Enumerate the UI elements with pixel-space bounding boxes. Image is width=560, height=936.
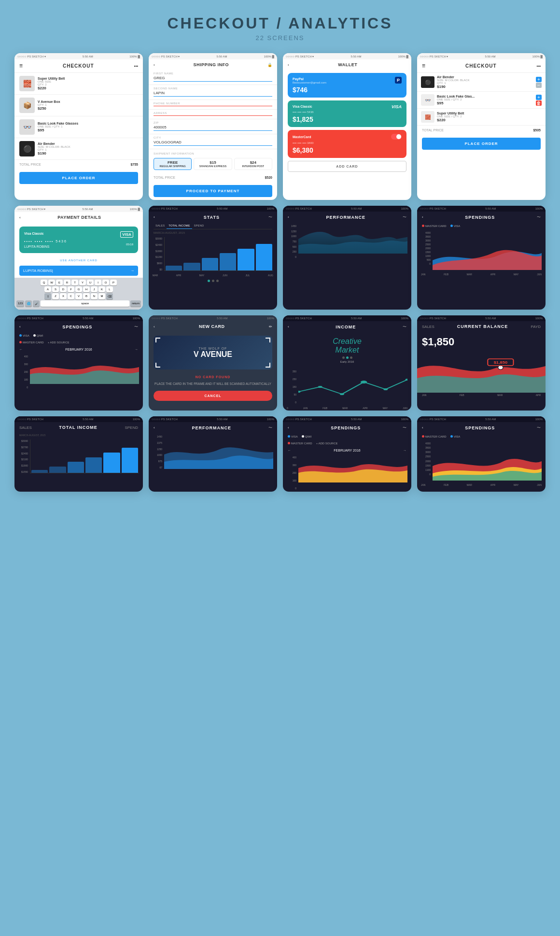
wallet-back-icon[interactable]: ‹ [288,63,289,67]
spendings4-wave [298,456,407,482]
spendings4-legend-1: VISA QIWI [283,433,411,440]
stats-back-icon[interactable]: ‹ [154,215,155,219]
visa-card[interactable]: Visa Classic VISA •••• •••• •••• 5436 $1… [288,100,406,127]
stats-tab-sales[interactable]: SALES [154,223,167,229]
key-j[interactable]: J [91,286,98,292]
shipping-15[interactable]: $15 SHANGHAI EXPRESS [194,158,232,170]
edit-icon[interactable]: ✏ [269,325,272,329]
perf-back-icon[interactable]: ‹ [288,215,289,219]
card-avenue-text: V AVENUE [194,350,232,359]
prev-month-icon[interactable]: ← [19,348,23,351]
income-back-icon[interactable]: ‹ [288,325,289,329]
stats-tab-spend[interactable]: SPEND [192,223,206,229]
key-a[interactable]: A [44,286,51,292]
key-m[interactable]: M [98,293,105,299]
spendings3-chart-icon[interactable]: 〜 [537,425,541,430]
key-b[interactable]: B [83,293,90,299]
perf-chart-icon[interactable]: 〜 [403,214,406,220]
perf2-chart-icon[interactable]: 〜 [268,425,272,430]
creative-market-logo: Creative Market Early 2016 [283,332,411,368]
key-u[interactable]: U [87,280,94,285]
place-order-btn-2[interactable]: PLACE ORDER [422,138,541,150]
key-d[interactable]: D [60,286,67,292]
key-x[interactable]: X [60,293,67,299]
shipping-24[interactable]: $24 INTERDOM POST [234,158,272,170]
key-e[interactable]: E [56,280,63,285]
spendings4-chart-icon[interactable]: 〜 [403,425,406,430]
key-c[interactable]: C [68,293,74,299]
mastercard-card[interactable]: MasterCard •••• •••• •••• 3400 $6,380 [288,130,406,158]
key-globe[interactable]: 🌐 [25,300,32,307]
screen-performance-1: ○○○○○ PS SKETCH 5:50 AM 100% ‹ PERFORMAN… [283,206,411,310]
spendings1-chart-icon[interactable]: 〜 [537,214,541,220]
city-field[interactable]: CITY VOLGGOGRAD [149,134,277,149]
key-h[interactable]: H [83,286,90,292]
menu-icon-2[interactable]: ☰ [422,64,425,68]
mc-toggle[interactable] [391,134,402,140]
qty-minus-1[interactable]: − [536,83,542,88]
key-w[interactable]: W [48,280,55,285]
more-icon[interactable]: ••• [134,64,138,68]
key-z[interactable]: Z [52,293,59,299]
next-month-icon-4[interactable]: → [403,449,406,452]
key-space[interactable]: space [41,300,129,307]
spendings2-chart-icon[interactable]: 〜 [134,324,138,329]
menu-icon[interactable]: ☰ [19,64,23,68]
address-field[interactable]: ADRESS [149,110,277,119]
prev-month-icon-4[interactable]: ← [288,449,291,452]
qty-plus-2[interactable]: + [536,95,542,100]
next-month-icon[interactable]: → [135,348,138,351]
key-n[interactable]: N [91,293,98,299]
stats-chart-icon[interactable]: 〜 [268,214,272,220]
proceed-payment-btn[interactable]: PROCEED TO PAYMENT [154,185,272,197]
key-shift[interactable]: ⇧ [44,293,51,299]
payment-back-icon[interactable]: ‹ [19,215,21,220]
key-y[interactable]: Y [79,280,86,285]
place-order-btn-1[interactable]: PLACE ORDER [19,172,138,184]
key-delete[interactable]: ⌫ [106,293,113,299]
qty-trash-2[interactable]: 🗑 [536,100,542,106]
cm-dot-2 [346,356,349,359]
second-name-field[interactable]: SECOND NAME LAPIN [149,85,277,100]
paypal-card[interactable]: PayPal P Bestcustomer@gmail.com $746 [288,73,406,98]
first-name-field[interactable]: FIRST NAME GREG [149,70,277,85]
key-mic[interactable]: 🎤 [33,300,40,307]
key-k[interactable]: K [98,286,105,292]
visa-label: Visa Classic [293,105,312,108]
key-f[interactable]: F [68,286,74,292]
key-s[interactable]: S [52,286,59,292]
zip-field[interactable]: ZIP 400005 [149,119,277,134]
spendings4-back-icon[interactable]: ‹ [288,425,289,430]
key-v[interactable]: V [75,293,82,299]
key-return[interactable]: return [130,300,141,307]
back-icon[interactable]: ‹ [154,63,155,67]
more-icon-2[interactable]: ••• [537,64,541,68]
status-bar-2: ○○○○○ PS SKETCH ▾ 5:50 AM 100% ▓ [149,53,277,59]
key-123[interactable]: 123 [16,300,24,307]
key-g[interactable]: G [75,286,82,292]
perf2-back-icon[interactable]: ‹ [154,425,155,430]
key-t[interactable]: T [71,280,78,285]
use-another-link[interactable]: USE ANOTHER CARD [14,257,143,264]
paypal-email: Bestcustomer@gmail.com [293,81,402,84]
cancel-btn[interactable]: CANCEL [154,391,272,401]
key-r[interactable]: R [64,280,70,285]
key-i[interactable]: I [95,280,101,285]
key-o[interactable]: O [102,280,109,285]
spendings2-back-icon[interactable]: ‹ [19,325,21,329]
stats-tab-income[interactable]: TOTAL INCOME [167,223,192,229]
name-input[interactable]: LUPITA ROBINS| → [19,266,138,276]
spendings3-back-icon[interactable]: ‹ [422,425,423,430]
phone-field[interactable]: PHONE NUMBER [149,100,277,110]
income-chart-icon[interactable]: 〜 [403,324,406,329]
key-q[interactable]: Q [41,280,47,285]
key-p[interactable]: P [110,280,117,285]
mc-label: MasterCard [293,135,311,139]
shipping-free[interactable]: FREE REGULAR SHIPPING [154,158,192,170]
new-card-back-icon[interactable]: ‹ [154,325,155,329]
key-l[interactable]: L [106,286,113,292]
qty-plus-1[interactable]: + [536,77,542,82]
perf-nav: ‹ PERFORMANCE 〜 [283,212,411,223]
spendings1-back-icon[interactable]: ‹ [422,215,423,219]
add-card-btn[interactable]: ADD CARD [288,161,406,172]
